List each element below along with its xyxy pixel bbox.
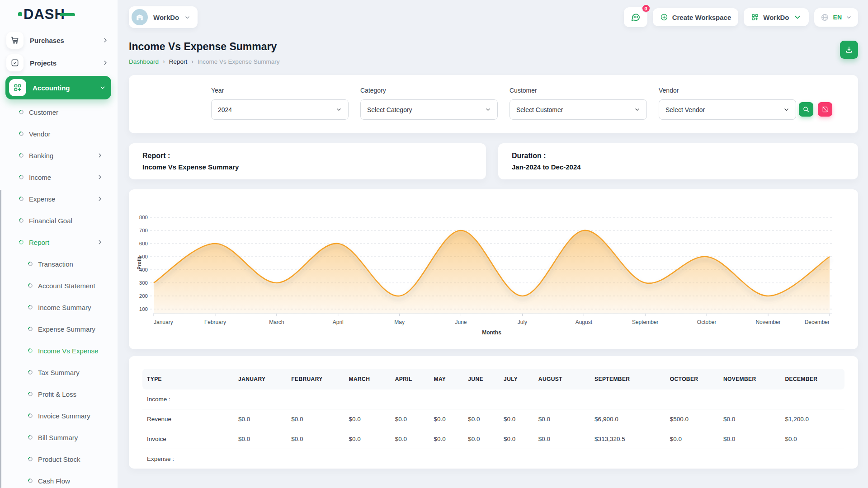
sidebar-item-income[interactable]: Income xyxy=(0,166,118,188)
summary-row: Report : Income Vs Expense Summary Durat… xyxy=(129,143,858,179)
sidebar-item-report[interactable]: Report xyxy=(0,231,118,253)
chevron-down-icon xyxy=(783,107,789,113)
svg-text:700: 700 xyxy=(139,228,148,233)
svg-text:Months: Months xyxy=(482,329,501,336)
sidebar-item-projects[interactable]: Projects xyxy=(0,52,118,74)
sidebar-item-tax-summary[interactable]: Tax Summary xyxy=(0,361,118,383)
duration-value: Jan-2024 to Dec-2024 xyxy=(512,163,844,171)
messages-button[interactable]: 0 xyxy=(624,7,647,27)
cell-value: $313,320.5 xyxy=(590,429,665,449)
main-content: WorkDo 0 Create Workspace WorkDo EN xyxy=(118,0,868,488)
breadcrumb-item-income-vs-expense-summary: Income Vs Expense Summary xyxy=(198,58,280,65)
sidebar-scrollbar[interactable] xyxy=(0,190,1,488)
sidebar-item-label: Accounting xyxy=(33,84,93,92)
sidebar-item-financial-goal[interactable]: Financial Goal xyxy=(0,210,118,231)
sidebar-item-banking[interactable]: Banking xyxy=(0,145,118,166)
sidebar-item-label: Vendor xyxy=(29,130,103,138)
table-row-expense: Expense : xyxy=(142,449,844,469)
chevron-right-icon xyxy=(97,174,103,180)
cell-value: $0.0 xyxy=(344,429,391,449)
bullet-icon xyxy=(27,391,33,397)
cell-value: $0.0 xyxy=(499,409,534,429)
svg-text:August: August xyxy=(576,319,593,325)
workspace-avatar xyxy=(132,9,148,25)
duration-label: Duration : xyxy=(512,152,844,160)
breadcrumb: Dashboard›Report›Income Vs Expense Summa… xyxy=(129,58,280,65)
bullet-icon xyxy=(18,196,24,202)
sidebar-item-label: Purchases xyxy=(30,37,96,44)
breadcrumb-item-report[interactable]: Report xyxy=(169,58,188,65)
workspace-name: WorkDo xyxy=(153,14,179,21)
download-icon xyxy=(845,46,853,54)
search-icon xyxy=(802,106,810,113)
sidebar-item-purchases[interactable]: Purchases xyxy=(0,29,118,52)
sidebar-item-expense[interactable]: Expense xyxy=(0,188,118,210)
column-header-december: DECEMBER xyxy=(780,369,844,389)
sidebar-item-transaction[interactable]: Transaction xyxy=(0,253,118,275)
column-header-september: SEPTEMBER xyxy=(590,369,665,389)
sidebar-item-accounting[interactable]: Accounting xyxy=(5,76,111,99)
sidebar-item-label: Expense xyxy=(29,195,97,203)
chevron-down-icon xyxy=(184,14,190,20)
apply-filter-button[interactable] xyxy=(799,102,813,117)
table-row-invoice: Invoice$0.0$0.0$0.0$0.0$0.0$0.0$0.0$0.0$… xyxy=(142,429,844,449)
sidebar-item-expense-summary[interactable]: Expense Summary xyxy=(0,318,118,340)
customer-select[interactable]: Select Customer xyxy=(509,99,647,120)
sidebar-item-label: Financial Goal xyxy=(29,217,103,225)
sidebar-item-product-stock[interactable]: Product Stock xyxy=(0,448,118,470)
year-label: Year xyxy=(211,87,349,94)
column-header-may: MAY xyxy=(429,369,464,389)
cell-value: $0.0 xyxy=(287,409,344,429)
vendor-select[interactable]: Select Vendor xyxy=(659,99,796,120)
sidebar-item-label: Product Stock xyxy=(38,455,103,463)
download-report-button[interactable] xyxy=(840,41,858,59)
cell-value: $0.0 xyxy=(391,429,429,449)
column-header-june: JUNE xyxy=(463,369,499,389)
sidebar-item-profit-loss[interactable]: Profit & Loss xyxy=(0,383,118,405)
bullet-icon xyxy=(18,217,24,224)
language-selector[interactable]: EN xyxy=(814,8,858,27)
column-header-march: MARCH xyxy=(344,369,391,389)
chevron-right-icon xyxy=(97,239,103,245)
bullet-icon xyxy=(27,282,33,289)
cell-value: $0.0 xyxy=(780,429,844,449)
year-select[interactable]: 2024 xyxy=(211,99,349,120)
chevron-right-icon xyxy=(102,37,108,43)
sidebar-item-label: Transaction xyxy=(38,260,103,268)
column-header-august: AUGUST xyxy=(534,369,590,389)
report-summary-card: Report : Income Vs Expense Summary xyxy=(129,143,486,179)
svg-text:Profit: Profit xyxy=(137,257,142,270)
logo-dash-icon xyxy=(60,13,75,16)
cell-value: $0.0 xyxy=(499,429,534,449)
sidebar-item-vendor[interactable]: Vendor xyxy=(0,123,118,145)
apps-menu-button[interactable]: WorkDo xyxy=(744,8,808,26)
sidebar-item-account-statement[interactable]: Account Statement xyxy=(0,275,118,296)
sidebar-item-income-summary[interactable]: Income Summary xyxy=(0,296,118,318)
reset-filter-icon xyxy=(821,106,829,113)
sidebar-item-invoice-summary[interactable]: Invoice Summary xyxy=(0,405,118,427)
cell-value: $6,900.0 xyxy=(590,409,665,429)
sidebar-item-customer[interactable]: Customer xyxy=(0,101,118,123)
cell-value: $0.0 xyxy=(391,409,429,429)
sidebar-item-label: Income xyxy=(29,174,97,181)
workspace-selector[interactable]: WorkDo xyxy=(129,6,198,28)
sidebar-item-label: Account Statement xyxy=(38,282,103,290)
sidebar-item-label: Cash Flow xyxy=(38,477,103,485)
sidebar-item-label: Expense Summary xyxy=(38,325,103,333)
filter-card: Year 2024 Category Select Category Custo… xyxy=(129,75,858,133)
category-select[interactable]: Select Category xyxy=(360,99,498,120)
sidebar-item-cash-flow[interactable]: Cash Flow xyxy=(0,470,118,488)
cart-icon xyxy=(6,32,24,49)
reset-filter-button[interactable] xyxy=(818,102,832,117)
sidebar-item-income-vs-expense[interactable]: Income Vs Expense xyxy=(0,340,118,361)
gridplus-icon xyxy=(9,79,26,96)
breadcrumb-item-dashboard[interactable]: Dashboard xyxy=(129,58,159,65)
create-workspace-button[interactable]: Create Workspace xyxy=(653,8,739,26)
group-label: Income : xyxy=(142,389,844,409)
cell-value: $500.0 xyxy=(665,409,719,429)
column-header-april: APRIL xyxy=(391,369,429,389)
brand-logo[interactable]: DASH xyxy=(0,0,118,29)
cell-value: $0.0 xyxy=(287,429,344,449)
sidebar-item-bill-summary[interactable]: Bill Summary xyxy=(0,427,118,448)
bullet-icon xyxy=(27,369,33,375)
